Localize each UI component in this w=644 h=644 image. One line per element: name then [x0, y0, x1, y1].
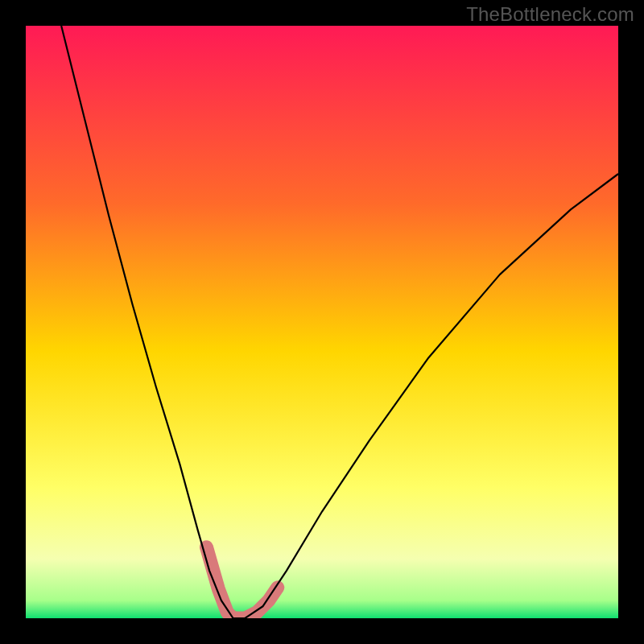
gradient-background: [26, 26, 618, 618]
watermark-text: TheBottleneck.com: [466, 3, 634, 26]
chart-frame: TheBottleneck.com: [0, 0, 644, 644]
bottleneck-chart: [26, 26, 618, 618]
